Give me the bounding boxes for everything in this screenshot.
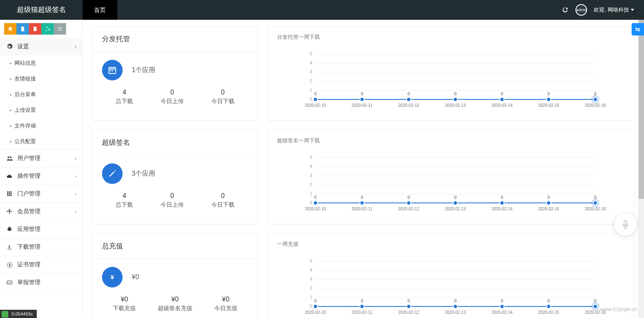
- stat-label: 总下载: [116, 98, 133, 105]
- float-badge[interactable]: ⇆: [632, 23, 644, 35]
- svg-rect-4: [10, 191, 12, 193]
- toolbar-trash-button[interactable]: [29, 23, 41, 35]
- svg-text:2020-02-11: 2020-02-11: [351, 103, 373, 108]
- menu-mail[interactable]: 举报管理: [0, 274, 82, 291]
- menu-move[interactable]: 会员管理 ›: [0, 203, 82, 220]
- menu-label: 会员管理: [17, 208, 40, 215]
- submenu-item-0[interactable]: ▸网站信息: [0, 55, 82, 71]
- svg-text:0: 0: [547, 299, 550, 303]
- svg-point-117: [360, 304, 364, 309]
- svg-point-88: [593, 201, 597, 205]
- toolbar-recycle-button[interactable]: [41, 23, 54, 35]
- svg-text:0: 0: [454, 92, 457, 96]
- stat-item: ¥0超级签名充值: [158, 296, 192, 312]
- stat-label: 下载充值: [113, 305, 136, 312]
- refresh-icon[interactable]: [561, 6, 569, 14]
- svg-text:0: 0: [454, 195, 457, 200]
- settings-submenu: ▸网站信息 ▸友情链接 ▸后台菜单 ▸上传设置 ▸文件存储 ▸公共配置: [0, 55, 82, 149]
- svg-point-49: [407, 97, 411, 101]
- menu-users[interactable]: 用户管理 ›: [0, 150, 82, 167]
- chart-card-2: 一周充值 0123452020-02-1002020-02-1102020-02…: [268, 233, 634, 318]
- menu-star[interactable]: 证书管理: [0, 256, 82, 273]
- menu-cloud[interactable]: 插件管理 ›: [0, 167, 82, 185]
- stat-value: ¥0: [158, 296, 192, 303]
- svg-text:2020-02-10: 2020-02-10: [305, 103, 326, 108]
- scrollbar-thumb[interactable]: [639, 20, 644, 199]
- svg-point-119: [453, 304, 457, 309]
- submenu-item-4[interactable]: ▸文件存储: [0, 118, 82, 134]
- welcome-user: 网络科技: [608, 6, 629, 14]
- svg-point-48: [360, 97, 364, 101]
- top-header: 超级猫超级签名 首页 admin 欢迎, 网络科技: [0, 0, 644, 20]
- brand-title: 超级猫超级签名: [0, 0, 83, 20]
- svg-rect-9: [9, 195, 10, 196]
- card-title: 分发托管: [93, 27, 257, 52]
- nav-home-tab[interactable]: 首页: [83, 0, 117, 20]
- submenu-item-2[interactable]: ▸后台菜单: [0, 87, 82, 102]
- svg-text:¥: ¥: [111, 273, 114, 280]
- menu-label: 门户管理: [17, 190, 40, 198]
- card-title: 总充值: [93, 234, 257, 259]
- microphone-icon: [620, 219, 631, 230]
- toolbar: [0, 20, 82, 38]
- svg-point-47: [313, 97, 317, 101]
- menu-android[interactable]: 应用管理: [0, 221, 82, 238]
- svg-point-52: [547, 97, 551, 101]
- svg-point-50: [453, 97, 457, 101]
- svg-text:2020-02-10: 2020-02-10: [305, 207, 326, 211]
- svg-text:0: 0: [501, 299, 503, 303]
- avatar[interactable]: admin: [575, 4, 587, 16]
- menu-label: 用户管理: [17, 155, 40, 162]
- svg-text:2: 2: [310, 286, 312, 290]
- svg-point-86: [547, 201, 551, 205]
- profiler-badge[interactable]: 0.054493s: [0, 310, 37, 318]
- grid-icon: [6, 191, 13, 197]
- menu-label: 下载管理: [17, 243, 40, 251]
- stat-item: 0今日上传: [161, 192, 184, 209]
- scrollbar[interactable]: [638, 20, 644, 318]
- svg-text:2: 2: [310, 182, 312, 187]
- svg-text:0: 0: [361, 299, 363, 303]
- svg-text:2020-02-11: 2020-02-11: [351, 310, 373, 315]
- submenu-item-3[interactable]: ▸上传设置: [0, 102, 82, 118]
- menu-download[interactable]: 下载管理: [0, 238, 82, 256]
- submenu-item-1[interactable]: ▸友情链接: [0, 71, 82, 87]
- trash-icon: [32, 26, 38, 32]
- svg-text:2020-02-14: 2020-02-14: [491, 207, 513, 211]
- svg-point-116: [313, 304, 317, 309]
- svg-text:4: 4: [310, 268, 312, 272]
- toolbar-home-button[interactable]: [4, 23, 17, 35]
- svg-rect-124: [624, 220, 627, 225]
- svg-text:3: 3: [310, 277, 312, 281]
- menu-grid[interactable]: 门户管理 ›: [0, 185, 82, 203]
- svg-text:5: 5: [310, 52, 312, 56]
- welcome-dropdown[interactable]: 欢迎, 网络科技: [594, 6, 634, 14]
- submenu-item-5[interactable]: ▸公共配置: [0, 134, 82, 149]
- svg-text:1: 1: [310, 88, 312, 92]
- toolbar-list-button[interactable]: [54, 23, 66, 35]
- menu-label: 举报管理: [17, 279, 40, 286]
- svg-point-17: [9, 264, 10, 266]
- chevron-right-icon: ›: [75, 209, 76, 214]
- svg-text:2020-02-12: 2020-02-12: [398, 103, 419, 108]
- svg-rect-15: [11, 228, 12, 230]
- svg-rect-7: [10, 193, 12, 194]
- svg-point-51: [500, 97, 504, 101]
- move-icon: [6, 208, 13, 215]
- svg-text:0: 0: [314, 195, 317, 200]
- svg-text:4: 4: [310, 164, 312, 169]
- android-icon: [6, 226, 13, 232]
- toolbar-file-button[interactable]: [17, 23, 29, 35]
- home-icon: [7, 26, 13, 32]
- stat-label: 今日下载: [211, 98, 234, 105]
- summary-card-2: 总充值 ¥ ¥0 ¥0下载充值¥0超级签名充值¥0今日充值: [92, 233, 258, 318]
- stat-item: 0今日上传: [161, 89, 184, 105]
- svg-text:0: 0: [547, 92, 550, 96]
- menu-settings[interactable]: 设置 ›: [0, 38, 82, 55]
- svg-text:2020-02-13: 2020-02-13: [445, 310, 466, 315]
- svg-text:2020-02-12: 2020-02-12: [398, 310, 419, 315]
- svg-text:0: 0: [314, 92, 317, 96]
- star-icon: [6, 262, 13, 268]
- summary-text: 1个应用: [132, 66, 155, 75]
- microphone-button[interactable]: [614, 213, 637, 236]
